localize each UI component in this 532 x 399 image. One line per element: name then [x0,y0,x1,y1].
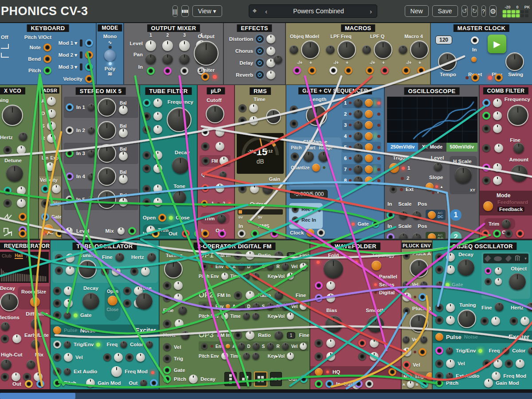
oq-vel-jack[interactable] [435,360,443,368]
scope-tab-ch2[interactable]: 500mV/div [446,143,477,152]
macro4-cv-jack[interactable] [402,66,410,74]
ulp-fm-jack[interactable] [202,157,210,165]
pluck-b-out-knob[interactable] [403,348,411,356]
op1-time-knob[interactable] [243,273,250,280]
ch3-level-knob[interactable] [179,40,190,51]
help-button[interactable]: ? [481,5,486,17]
rms-time-jack2[interactable] [239,117,246,125]
ulp-cv2-knob[interactable] [215,142,224,151]
oq-color-cv-knob[interactable] [516,359,524,368]
op1-env-jack[interactable] [201,263,207,270]
preset-prev-button[interactable]: ‹ [261,8,272,15]
effects-aux-knob[interactable] [274,55,282,64]
wf-aux-jack[interactable] [388,368,396,376]
pluck-a-knob[interactable] [410,259,428,278]
rms-gain-cv-knob[interactable] [250,184,259,193]
to-freq-mod-knob[interactable] [111,366,122,377]
rms-time-knob2[interactable] [249,116,258,125]
oq-color-knob[interactable] [528,347,532,354]
to-tune-cv2-knob[interactable] [66,266,74,275]
reverb-preset-hall[interactable]: Hall [15,253,23,259]
reverb-out-l-jack[interactable] [25,380,33,388]
vco-out1-jack[interactable] [19,213,27,221]
to-decay-cv1-jack[interactable] [53,287,61,295]
op2-fm-in-knob[interactable] [246,291,254,300]
fm-fine-cv-knob[interactable] [175,319,184,328]
step-gate-button[interactable] [365,176,373,184]
adsr-s-knob[interactable] [47,121,56,130]
fm-tuning-knob[interactable] [164,260,183,278]
adsr-gate-jack[interactable] [41,213,49,221]
rms-time-knob1[interactable] [249,104,258,113]
play-jack[interactable] [495,74,503,82]
fm-out-jack[interactable] [300,375,308,383]
output-knob[interactable] [194,41,219,66]
comb-amount-cv1-jack[interactable] [482,164,490,172]
to-color-cv-jack[interactable] [125,353,133,361]
ulp-q-knob[interactable] [219,171,227,178]
note-jack[interactable] [43,43,51,51]
adsr-a-knob[interactable] [47,97,56,106]
preset-next-button[interactable]: › [365,8,377,15]
fm-algo-2[interactable] [239,372,252,386]
op2-env-jack[interactable] [201,303,207,309]
oq-trig-env-jack[interactable] [435,347,443,355]
oq-pulse-noise-button[interactable] [435,333,443,341]
tf-decay-knob[interactable] [172,157,189,174]
wf-out2-jack[interactable] [365,380,373,388]
to-tune-cv2-jack[interactable] [55,266,63,274]
chorus-power-icon[interactable]: ⏻ [256,47,264,55]
scope-ch2-pos-knob[interactable] [412,233,421,239]
wf-fold-cv2-knob[interactable] [326,293,335,302]
op3-vel-knob[interactable] [300,343,307,350]
tf-freq-cv2-jack[interactable] [143,112,151,120]
mix-in4-level-knob[interactable] [98,167,116,186]
step-gate-button[interactable] [365,165,373,173]
oq-gate-knob[interactable] [436,281,443,288]
mod1-jack[interactable] [85,39,93,47]
comb-in-jack[interactable] [481,230,489,238]
seq-clock-button[interactable] [306,229,314,237]
vco-tuning-knob[interactable] [2,105,23,126]
comb-freq-cv1-knob[interactable] [493,98,502,107]
tf-decay-cv1-jack[interactable] [143,151,151,159]
to-fine-jack[interactable] [101,267,109,275]
tf-decay-cv2-knob[interactable] [153,164,162,173]
comb-amount-cv2-knob[interactable] [493,176,502,185]
horizontal-scrollbar[interactable] [0,393,532,399]
op3-s-knob[interactable] [267,343,274,350]
wf-fold-cv1-knob[interactable] [326,281,335,290]
vco-hertz-jack[interactable] [4,146,12,154]
step-gate-button[interactable] [365,143,373,151]
tf-tone-cv1-knob[interactable] [153,184,162,193]
op1-ratio-knob[interactable] [274,251,283,260]
pluck-trig-button[interactable] [426,372,433,380]
op2-s-knob[interactable] [267,303,274,310]
mix-in5-cv-knob[interactable] [88,196,95,203]
to-tune-cv1-jack[interactable] [55,254,63,262]
op3-r-knob[interactable] [282,343,289,350]
ulp-poles-jack[interactable] [201,200,207,207]
mode-toggle-button[interactable] [104,50,116,61]
macro1-name[interactable]: Objeq Model [290,34,319,39]
adsr-trig-jack[interactable] [41,200,49,207]
to-pulse-noise-button[interactable] [53,326,61,334]
oq-hertz-jack[interactable] [510,317,518,325]
limiter-jack[interactable] [201,73,209,81]
comb-freq-cv3-knob[interactable] [493,124,502,133]
ch2-level-knob[interactable] [162,40,173,51]
oq-gain-mod-knob[interactable] [484,379,493,387]
keyboard-off-label[interactable]: Off [1,35,9,40]
wf-bias-knob[interactable] [325,316,342,332]
op3-d-knob[interactable] [253,343,260,350]
comb-feedforward-label[interactable]: Feedforward [497,200,528,205]
to-ext-audio-knob[interactable] [64,368,71,375]
oq-freq-knob[interactable] [502,347,509,354]
oq-noise-label[interactable]: Noise [464,334,478,340]
seq-clock-jack[interactable] [317,229,325,237]
macro3-out-jack[interactable] [381,66,389,74]
vco-pwm-knob[interactable] [17,199,26,207]
pluck-a-out-jack[interactable] [419,293,426,301]
wf-series-label[interactable]: Series [379,282,395,287]
to-decay-cv1-knob[interactable] [64,286,73,295]
